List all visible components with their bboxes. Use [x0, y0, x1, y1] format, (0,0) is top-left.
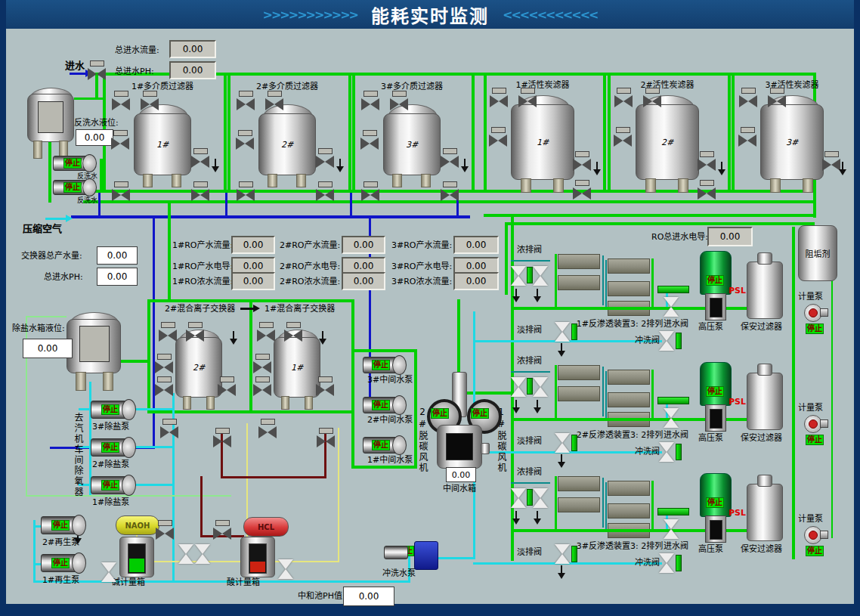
- stop-badge[interactable]: 停止: [63, 182, 82, 193]
- valve[interactable]: [155, 354, 173, 373]
- valve[interactable]: [213, 520, 231, 540]
- valve[interactable]: [237, 181, 255, 201]
- valve[interactable]: [390, 91, 408, 110]
- conc-drain-valve[interactable]: [511, 488, 526, 508]
- valve[interactable]: [698, 151, 716, 171]
- valve[interactable]: [441, 148, 459, 168]
- valve[interactable]: [218, 376, 236, 396]
- conc-drain-valve[interactable]: [533, 488, 548, 508]
- valve[interactable]: [738, 127, 756, 147]
- stop-badge[interactable]: 停止: [806, 323, 824, 334]
- stop-badge[interactable]: 停止: [63, 158, 82, 169]
- drain-valve[interactable]: [101, 562, 116, 582]
- acid-valve[interactable]: [213, 428, 231, 447]
- drain-valve[interactable]: [195, 544, 210, 564]
- stop-badge[interactable]: 停止: [372, 360, 390, 370]
- valve[interactable]: [490, 88, 508, 107]
- stop-badge[interactable]: 停止: [706, 275, 724, 286]
- conc-drain-valve[interactable]: [533, 266, 548, 286]
- valve[interactable]: [186, 322, 204, 342]
- stop-badge[interactable]: 停止: [101, 480, 119, 491]
- regen-pump-2[interactable]: 停止: [41, 515, 86, 536]
- stop-badge[interactable]: 停止: [101, 404, 119, 415]
- ro1-flush-valve[interactable]: [659, 331, 674, 351]
- conc-drain-valve[interactable]: [533, 377, 548, 397]
- ro3-inlet-valve[interactable]: [664, 519, 679, 539]
- intermediate-pump-1[interactable]: 停止: [363, 435, 407, 455]
- conc-drain-valve[interactable]: [511, 377, 526, 397]
- valve[interactable]: [316, 181, 334, 201]
- valve[interactable]: [360, 130, 379, 150]
- valve[interactable]: [155, 376, 173, 396]
- conc-drain-valve[interactable]: [511, 266, 526, 286]
- ro3-metering-pump[interactable]: [803, 525, 828, 544]
- ro2-inlet-valve[interactable]: [664, 408, 679, 428]
- valve[interactable]: [141, 91, 159, 110]
- valve[interactable]: [614, 127, 632, 147]
- demin-pump-2[interactable]: 停止: [91, 437, 136, 458]
- valve[interactable]: [698, 180, 716, 200]
- inlet-valve[interactable]: [88, 60, 106, 80]
- regen-pump-1[interactable]: 停止: [41, 553, 86, 574]
- stop-badge[interactable]: 停止: [51, 520, 70, 531]
- valve[interactable]: [573, 151, 591, 171]
- valve[interactable]: [253, 354, 271, 373]
- intermediate-pump-2[interactable]: 停止: [363, 395, 407, 415]
- stop-badge[interactable]: 停止: [706, 497, 724, 508]
- stop-badge[interactable]: 停止: [372, 440, 390, 450]
- ro1-inlet-valve[interactable]: [664, 297, 679, 317]
- valve[interactable]: [156, 520, 174, 540]
- fresh-drain-valve[interactable]: [555, 433, 570, 453]
- ro1-metering-pump[interactable]: [803, 302, 828, 322]
- valve[interactable]: [112, 91, 130, 110]
- stop-badge[interactable]: 停止: [806, 435, 824, 445]
- valve[interactable]: [739, 88, 757, 107]
- valve[interactable]: [257, 322, 275, 342]
- fresh-drain-valve[interactable]: [555, 322, 570, 342]
- backwash-pump-1[interactable]: 停止: [53, 154, 97, 172]
- valve[interactable]: [573, 180, 591, 200]
- valve[interactable]: [191, 148, 209, 168]
- stop-badge[interactable]: 停止: [51, 558, 70, 568]
- intermediate-pump-3[interactable]: 停止: [363, 355, 407, 375]
- ro2-hp-pump[interactable]: 停止: [700, 362, 732, 432]
- valve[interactable]: [159, 322, 177, 342]
- valve[interactable]: [112, 181, 130, 201]
- stop-badge[interactable]: 停止: [431, 408, 449, 419]
- valve[interactable]: [489, 127, 507, 147]
- drain-valve[interactable]: [178, 544, 193, 564]
- ro2-flush-valve[interactable]: [659, 442, 674, 462]
- fresh-drain-valve[interactable]: [555, 544, 570, 564]
- ro1-hp-pump[interactable]: 停止: [700, 251, 732, 320]
- stop-badge[interactable]: 停止: [471, 408, 489, 419]
- valve[interactable]: [361, 181, 379, 201]
- demin-pump-1[interactable]: 停止: [91, 475, 136, 496]
- backwash-pump-2[interactable]: 停止: [53, 178, 97, 197]
- valve[interactable]: [361, 91, 379, 110]
- ro3-flush-valve[interactable]: [659, 553, 674, 573]
- valve[interactable]: [236, 130, 254, 150]
- ro2-metering-pump[interactable]: [803, 413, 828, 433]
- stop-badge[interactable]: 停止: [101, 442, 119, 453]
- valve[interactable]: [253, 376, 271, 396]
- valve[interactable]: [822, 151, 840, 171]
- valve[interactable]: [284, 322, 302, 342]
- valve[interactable]: [191, 181, 209, 201]
- acid-valve[interactable]: [317, 428, 335, 447]
- valve[interactable]: [111, 130, 129, 150]
- flush-pump-head[interactable]: [414, 541, 438, 570]
- valve[interactable]: [237, 91, 255, 110]
- valve[interactable]: [518, 88, 537, 107]
- drain-valve[interactable]: [278, 559, 293, 579]
- valve[interactable]: [441, 181, 459, 201]
- valve[interactable]: [160, 419, 178, 438]
- stop-badge[interactable]: 停止: [706, 386, 724, 397]
- valve[interactable]: [768, 88, 786, 107]
- stop-badge[interactable]: 停止: [806, 546, 824, 556]
- valve[interactable]: [643, 88, 661, 107]
- valve[interactable]: [316, 376, 334, 396]
- valve[interactable]: [614, 88, 633, 107]
- ro3-hp-pump[interactable]: 停止: [700, 473, 732, 543]
- valve[interactable]: [316, 148, 334, 168]
- valve[interactable]: [258, 419, 277, 438]
